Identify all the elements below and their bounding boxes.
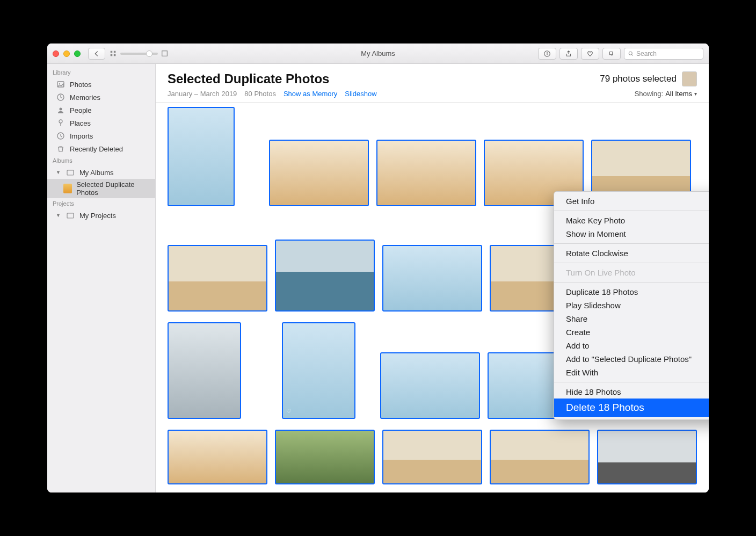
menu-item-get-info[interactable]: Get Info <box>554 194 709 208</box>
photo-thumbnail[interactable] <box>275 240 375 312</box>
menu-item-edit-with[interactable]: Edit With▶ <box>554 366 709 379</box>
menu-item-make-key-photo[interactable]: Make Key Photo <box>554 214 709 227</box>
menu-item-rotate-clockwise[interactable]: Rotate Clockwise <box>554 247 709 260</box>
rotate-button[interactable] <box>602 48 621 60</box>
svg-point-12 <box>60 108 62 111</box>
thumbnail-size-control <box>110 50 169 57</box>
svg-rect-7 <box>547 53 547 55</box>
svg-point-10 <box>59 83 60 84</box>
sidebar-item-memories[interactable]: Memories <box>47 91 155 104</box>
sidebar-section-albums: Albums <box>47 155 155 166</box>
showing-filter[interactable]: Showing: All Items ▾ <box>635 90 697 98</box>
menu-separator <box>554 211 709 211</box>
photo-thumbnail[interactable] <box>382 430 482 484</box>
photo-thumbnail[interactable] <box>382 245 482 312</box>
photo-thumbnail[interactable] <box>168 107 235 206</box>
heart-icon <box>586 50 594 57</box>
content-header: Selected Duplicate Photos 79 photos sele… <box>156 64 709 103</box>
main-content: Selected Duplicate Photos 79 photos sele… <box>156 64 709 492</box>
svg-rect-4 <box>162 50 168 56</box>
sidebar-item-recently-deleted[interactable]: Recently Deleted <box>47 142 155 155</box>
photo-thumbnail[interactable] <box>269 140 369 206</box>
back-button[interactable] <box>88 48 105 60</box>
album-icon <box>63 184 72 193</box>
slider-thumb[interactable] <box>146 50 152 57</box>
content-subheader: January – March 2019 80 Photos Show as M… <box>168 90 697 98</box>
disclosure-triangle-icon[interactable]: ▼ <box>56 170 61 175</box>
sidebar-item-selected-duplicate-photos[interactable]: Selected Duplicate Photos <box>47 179 155 198</box>
clock-icon <box>56 131 66 141</box>
menu-separator <box>554 282 709 283</box>
chevron-down-icon: ▾ <box>694 91 697 97</box>
photo-thumbnail[interactable] <box>380 352 480 419</box>
menu-item-create[interactable]: Create▶ <box>554 325 709 339</box>
menu-separator <box>554 382 709 382</box>
photo-thumbnail[interactable] <box>168 430 267 484</box>
selection-thumbnail <box>682 71 697 86</box>
menu-separator <box>554 263 709 263</box>
sidebar-section-projects: Projects <box>47 198 155 209</box>
app-window: My Albums Search Library Photos Memories… <box>47 44 709 492</box>
context-menu: Get Info Make Key Photo Show in Moment R… <box>554 191 709 420</box>
search-icon <box>628 50 634 57</box>
chevron-left-icon <box>93 50 100 57</box>
sidebar-item-imports[interactable]: Imports <box>47 129 155 142</box>
trash-icon <box>56 144 66 154</box>
slideshow-link[interactable]: Slideshow <box>345 90 376 98</box>
svg-rect-3 <box>114 54 116 56</box>
menu-item-share[interactable]: Share▶ <box>554 312 709 325</box>
menu-item-add-to-album[interactable]: Add to "Selected Duplicate Photos" <box>554 352 709 366</box>
menu-item-turn-on-live-photo: Turn On Live Photo <box>554 266 709 279</box>
sidebar-item-places[interactable]: Places <box>47 117 155 129</box>
sidebar: Library Photos Memories People Places Im… <box>47 64 156 492</box>
share-icon <box>565 50 572 57</box>
menu-separator <box>554 243 709 244</box>
body: Library Photos Memories People Places Im… <box>47 64 709 492</box>
photo-thumbnail[interactable] <box>275 430 375 484</box>
svg-point-6 <box>547 52 548 53</box>
photo-thumbnail[interactable]: ♡ <box>282 322 355 419</box>
info-button[interactable] <box>538 48 556 60</box>
disclosure-triangle-icon[interactable]: ▼ <box>56 213 61 218</box>
date-range: January – March 2019 <box>168 90 237 98</box>
svg-rect-15 <box>67 170 74 175</box>
photos-icon <box>56 79 66 89</box>
menu-item-add-to[interactable]: Add to▶ <box>554 339 709 352</box>
photo-count: 80 Photos <box>244 90 276 98</box>
svg-rect-0 <box>111 50 113 53</box>
menu-item-hide[interactable]: Hide 18 Photos <box>554 385 709 399</box>
sidebar-item-my-projects[interactable]: ▼My Projects <box>47 209 155 222</box>
show-as-memory-link[interactable]: Show as Memory <box>284 90 337 98</box>
thumbnail-size-slider[interactable] <box>120 53 158 55</box>
menu-item-duplicate[interactable]: Duplicate 18 Photos <box>554 285 709 299</box>
favorite-button[interactable] <box>581 48 599 60</box>
pin-icon <box>56 118 66 128</box>
toolbar-right: Search <box>538 48 703 60</box>
share-button[interactable] <box>559 48 578 60</box>
grid-large-icon <box>161 50 169 57</box>
menu-item-show-in-moment[interactable]: Show in Moment <box>554 227 709 241</box>
close-button[interactable] <box>53 50 59 57</box>
photo-thumbnail[interactable] <box>168 322 241 419</box>
fullscreen-button[interactable] <box>74 50 81 57</box>
window-title: My Albums <box>361 49 395 57</box>
favorite-heart-icon: ♡ <box>286 408 292 415</box>
svg-rect-16 <box>67 213 74 218</box>
photo-thumbnail[interactable] <box>168 245 267 312</box>
photo-thumbnail[interactable] <box>597 430 697 484</box>
folder-icon <box>66 168 75 177</box>
sidebar-item-photos[interactable]: Photos <box>47 78 155 91</box>
search-input[interactable]: Search <box>624 48 703 60</box>
minimize-button[interactable] <box>63 50 70 57</box>
menu-item-play-slideshow[interactable]: Play Slideshow <box>554 299 709 312</box>
menu-item-delete[interactable]: Delete 18 Photos <box>554 399 709 417</box>
photo-thumbnail[interactable] <box>490 430 590 484</box>
page-title: Selected Duplicate Photos <box>168 71 329 86</box>
svg-point-13 <box>59 120 62 123</box>
sidebar-section-library: Library <box>47 67 155 78</box>
photo-thumbnail[interactable] <box>376 140 476 206</box>
info-icon <box>543 50 551 57</box>
selection-count: 79 photos selected <box>600 71 697 86</box>
sidebar-item-people[interactable]: People <box>47 104 155 117</box>
sidebar-item-my-albums[interactable]: ▼My Albums <box>47 166 155 179</box>
